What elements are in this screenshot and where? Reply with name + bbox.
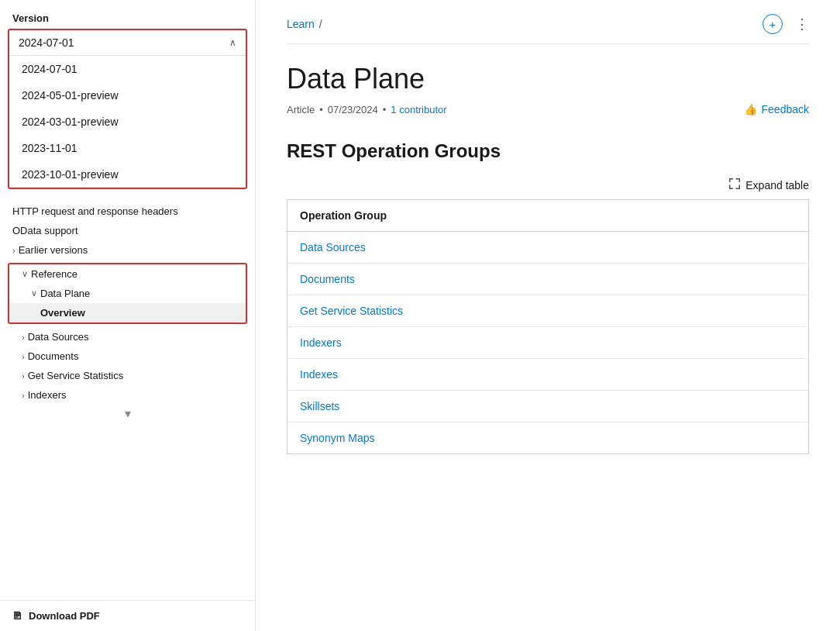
synonym-maps-link[interactable]: Synonym Maps: [300, 432, 374, 444]
article-meta: Article • 07/23/2024 • 1 contributor 👍 F…: [287, 103, 809, 116]
feedback-label: Feedback: [762, 103, 809, 116]
sidebar: Version 2024-07-01 ∧ 2024-07-01 2024-05-…: [0, 0, 256, 631]
nav-label: Overview: [40, 307, 85, 319]
article-type: Article: [287, 104, 315, 116]
version-list: 2024-07-01 2024-05-01-preview 2024-03-01…: [9, 56, 246, 188]
table-cell: Indexers: [287, 327, 809, 359]
arrow-icon: ›: [22, 333, 25, 342]
meta-left: Article • 07/23/2024 • 1 contributor: [287, 104, 447, 116]
table-cell: Synonym Maps: [287, 422, 809, 454]
section-title: REST Operation Groups: [287, 140, 809, 162]
table-row: Get Service Statistics: [287, 295, 809, 327]
version-dropdown[interactable]: 2024-07-01 ∧ 2024-07-01 2024-05-01-previ…: [8, 29, 247, 189]
reference-nav-box: ∨ Reference ∨ Data Plane Overview: [8, 263, 247, 324]
operation-groups-table: Operation Group Data Sources Documents G…: [287, 199, 809, 454]
version-label: Version: [0, 12, 255, 29]
version-selected-item[interactable]: 2024-07-01 ∧: [9, 30, 246, 56]
table-row: Synonym Maps: [287, 422, 809, 454]
expand-icon: [728, 178, 741, 193]
table-row: Data Sources: [287, 232, 809, 264]
scroll-indicator-down: ▾: [0, 405, 255, 422]
arrow-icon: ›: [22, 371, 25, 381]
article-date: 07/23/2024: [328, 104, 378, 116]
arrow-icon: ›: [22, 352, 25, 361]
skillsets-link[interactable]: Skillsets: [300, 400, 339, 412]
arrow-icon: ∨: [22, 269, 28, 279]
nav-label: Get Service Statistics: [28, 370, 124, 381]
contributor-link[interactable]: 1 contributor: [391, 104, 446, 116]
svg-rect-7: [739, 185, 741, 189]
version-item-5[interactable]: 2023-10-01-preview: [9, 161, 246, 188]
svg-rect-3: [739, 178, 741, 182]
top-nav: Learn / + ⋮: [287, 0, 809, 44]
top-nav-icons: + ⋮: [763, 14, 809, 34]
sidebar-item-documents[interactable]: › Documents: [0, 347, 255, 366]
version-item-2[interactable]: 2024-05-01-preview: [9, 82, 246, 109]
page-title: Data Plane: [287, 63, 809, 95]
add-icon-button[interactable]: +: [763, 14, 783, 34]
download-icon: 🖹: [12, 610, 22, 622]
feedback-button[interactable]: 👍 Feedback: [744, 103, 809, 116]
indexes-link[interactable]: Indexes: [300, 368, 338, 381]
sidebar-item-data-plane[interactable]: ∨ Data Plane: [9, 284, 246, 303]
indexers-link[interactable]: Indexers: [300, 336, 342, 349]
plus-icon: +: [769, 18, 776, 31]
nav-label: Documents: [28, 350, 79, 362]
sidebar-item-indexers[interactable]: › Indexers: [0, 385, 255, 405]
data-sources-link[interactable]: Data Sources: [300, 241, 366, 253]
svg-rect-1: [729, 178, 731, 182]
expand-table-button[interactable]: Expand table: [728, 178, 809, 193]
version-item-1[interactable]: 2024-07-01: [9, 56, 246, 82]
main-content: Learn / + ⋮ Data Plane Article • 07/23/2…: [256, 0, 840, 631]
sidebar-item-data-sources[interactable]: › Data Sources: [0, 327, 255, 347]
version-item-3[interactable]: 2024-03-01-preview: [9, 109, 246, 135]
table-cell: Documents: [287, 264, 809, 295]
table-row: Indexes: [287, 359, 809, 391]
nav-label: Data Sources: [28, 331, 89, 343]
download-pdf-button[interactable]: 🖹 Download PDF: [0, 600, 255, 631]
sidebar-item-odata[interactable]: OData support: [0, 221, 255, 240]
nav-label: HTTP request and response headers: [12, 205, 178, 217]
selected-version-text: 2024-07-01: [19, 36, 74, 49]
table-cell: Data Sources: [287, 232, 809, 264]
expand-table-row: Expand table: [287, 178, 809, 193]
table-cell: Indexes: [287, 359, 809, 391]
table-row: Documents: [287, 264, 809, 295]
breadcrumb-learn-link[interactable]: Learn: [287, 18, 315, 30]
nav-label: OData support: [12, 225, 78, 236]
chevron-up-icon: ∧: [229, 37, 236, 48]
svg-rect-5: [729, 185, 731, 189]
meta-dot-1: •: [319, 104, 323, 116]
sidebar-item-http-headers[interactable]: HTTP request and response headers: [0, 202, 255, 221]
feedback-icon: 👍: [744, 103, 757, 116]
meta-dot-2: •: [383, 104, 387, 116]
breadcrumb-separator: /: [319, 18, 322, 30]
version-item-4[interactable]: 2023-11-01: [9, 135, 246, 161]
arrow-icon: ∨: [31, 288, 37, 298]
documents-link[interactable]: Documents: [300, 273, 355, 285]
arrow-icon: ›: [22, 391, 25, 400]
nav-label: Data Plane: [40, 288, 90, 299]
arrow-icon: ›: [12, 246, 15, 255]
nav-label: Indexers: [28, 389, 67, 401]
more-options-button[interactable]: ⋮: [795, 16, 809, 33]
nav-label: Earlier versions: [19, 244, 88, 256]
table-row: Skillsets: [287, 391, 809, 422]
nav-label: Reference: [31, 268, 77, 280]
dots-icon: ⋮: [795, 16, 809, 33]
breadcrumb: Learn /: [287, 18, 322, 30]
table-cell: Skillsets: [287, 391, 809, 422]
table-cell: Get Service Statistics: [287, 295, 809, 327]
sidebar-item-earlier-versions[interactable]: › Earlier versions: [0, 240, 255, 260]
download-pdf-label: Download PDF: [29, 610, 100, 622]
expand-table-label: Expand table: [745, 179, 809, 191]
table-row: Indexers: [287, 327, 809, 359]
sidebar-item-get-service-statistics[interactable]: › Get Service Statistics: [0, 366, 255, 385]
sidebar-item-overview[interactable]: Overview: [9, 303, 246, 322]
table-column-header: Operation Group: [287, 200, 809, 232]
sidebar-nav: HTTP request and response headers OData …: [0, 197, 255, 600]
get-service-statistics-link[interactable]: Get Service Statistics: [300, 305, 403, 317]
sidebar-item-reference[interactable]: ∨ Reference: [9, 264, 246, 284]
